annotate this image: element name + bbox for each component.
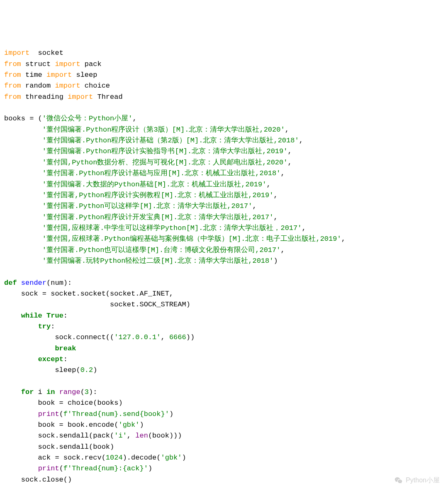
code-token: from — [4, 60, 21, 68]
code-line: sock.sendall(book) — [4, 442, 444, 452]
code-token: 'i' — [114, 432, 127, 440]
code-token: '董付国著.Python可以这样学[M].北京：清华大学出版社,2017' — [42, 202, 253, 210]
code-token: for — [21, 388, 34, 396]
code-token: import — [4, 49, 29, 57]
code-line — [4, 267, 444, 277]
code-line: except: — [4, 354, 444, 365]
code-token: in — [46, 388, 55, 396]
code-line: from struct import pack — [4, 59, 444, 70]
code-token: except — [38, 355, 63, 363]
code-token: from — [4, 93, 21, 101]
code-token: f'Thread{num}.send{book}' — [63, 410, 169, 418]
code-token: '127.0.0.1' — [114, 333, 161, 341]
code-line: sock.connect(('127.0.0.1', 6666)) — [4, 332, 444, 343]
code-line: '董付国著,Python程序设计实例教程[M].北京：机械工业出版社,2019'… — [4, 190, 444, 201]
code-token: '董付国编著.玩转Python轻松过二级[M].北京：清华大学出版社,2018' — [42, 257, 274, 265]
code-line: ack = sock.recv(1024).decode('gbk') — [4, 452, 444, 463]
code-token: from — [4, 71, 21, 79]
code-line: '董付国,应根球著.Python编程基础与案例集锦（中学版）[M].北京：电子工… — [4, 234, 444, 245]
code-line: '董付国著.Python程序设计开发宝典[M].北京：清华大学出版社,2017'… — [4, 212, 444, 223]
code-line: book = choice(books) — [4, 398, 444, 408]
code-token: '董付国编著.Python程序设计基础（第2版）[M].北京：清华大学出版社,2… — [42, 137, 299, 144]
code-block: import socketfrom struct import packfrom… — [4, 48, 444, 494]
code-line — [4, 376, 444, 387]
code-token: import — [68, 93, 93, 101]
code-line: print(f'Thread{num}.send{book}') — [4, 409, 444, 420]
code-line: break — [4, 343, 444, 354]
code-token: '董付国,应根球著.中学生可以这样学Python[M].北京：清华大学出版社，2… — [42, 224, 302, 232]
code-token: def — [4, 279, 17, 287]
code-line: '董付国编著.玩转Python轻松过二级[M].北京：清华大学出版社,2018'… — [4, 256, 444, 267]
code-token: sender — [21, 279, 46, 287]
code-line: book = book.encode('gbk') — [4, 420, 444, 430]
code-token: import — [55, 60, 80, 68]
code-token: f'Thread{num}:{ack}' — [63, 465, 148, 472]
code-token: while — [21, 312, 42, 320]
code-token: '董付国著,Python程序设计实例教程[M].北京：机械工业出版社,2019' — [42, 191, 274, 199]
code-line: socket.SOCK_STREAM) — [4, 299, 444, 310]
code-token: range — [59, 388, 80, 396]
watermark-text: Python小屋 — [406, 475, 440, 486]
code-token: '董付国著.Python也可以這樣學[M].台湾：博硕文化股份有限公司,2017… — [42, 246, 281, 254]
code-token: '董付国著.Python程序设计基础与应用[M].北京：机械工业出版社,2018… — [42, 169, 281, 177]
code-token: 1024 — [106, 454, 123, 462]
code-line: sock = socket.socket(socket.AF_INET, — [4, 289, 444, 299]
code-line: '董付国著.Python也可以這樣學[M].台湾：博硕文化股份有限公司,2017… — [4, 245, 444, 256]
wechat-icon — [394, 476, 403, 485]
code-line: while True: — [4, 311, 444, 321]
code-token: print — [38, 465, 59, 472]
code-token: True — [46, 312, 63, 320]
code-token: 3 — [85, 388, 89, 396]
code-token: 'gbk' — [118, 421, 139, 429]
code-token: '董付国编著.Python程序设计实验指导书[M].北京：清华大学出版社,201… — [42, 147, 288, 155]
code-line: from threading import Thread — [4, 92, 444, 103]
code-line: for i in range(3): — [4, 387, 444, 398]
code-line: '董付国著.Python程序设计基础与应用[M].北京：机械工业出版社,2018… — [4, 168, 444, 179]
code-line: '董付国编著.大数据的Python基础[M].北京：机械工业出版社,2019', — [4, 179, 444, 190]
code-line: try: — [4, 321, 444, 332]
code-line: def sender(num): — [4, 278, 444, 289]
code-token: '董付国,应根球著.Python编程基础与案例集锦（中学版）[M].北京：电子工… — [42, 235, 341, 243]
code-line: import socket — [4, 48, 444, 59]
code-line: '董付国编著.Python程序设计实验指导书[M].北京：清华大学出版社,201… — [4, 146, 444, 157]
code-token: import — [55, 82, 80, 90]
code-line: from time import sleep — [4, 70, 444, 81]
code-token: '董付国编著.大数据的Python基础[M].北京：机械工业出版社,2019' — [42, 181, 267, 188]
code-line: '董付国,Python数据分析、挖掘与可视化[M].北京：人民邮电出版社,202… — [4, 157, 444, 168]
code-line — [4, 485, 444, 494]
code-token: 'gbk' — [161, 454, 182, 462]
code-line: '董付国著.Python可以这样学[M].北京：清华大学出版社,2017', — [4, 201, 444, 212]
code-token: import — [46, 71, 72, 79]
code-token: 0.2 — [80, 366, 93, 374]
code-line: '董付国,应根球著.中学生可以这样学Python[M].北京：清华大学出版社，2… — [4, 223, 444, 234]
code-token: '董付国著.Python程序设计开发宝典[M].北京：清华大学出版社,2017' — [42, 213, 274, 221]
code-token: len — [135, 432, 148, 440]
code-line: '董付国编著.Python程序设计基础（第2版）[M].北京：清华大学出版社,2… — [4, 135, 444, 146]
code-line: sock.sendall(pack('i', len(book))) — [4, 430, 444, 441]
code-token: '董付国,Python数据分析、挖掘与可视化[M].北京：人民邮电出版社,202… — [42, 159, 288, 166]
code-token: '董付国编著.Python程序设计（第3版）[M].北京：清华大学出版社,202… — [42, 126, 285, 134]
watermark: Python小屋 — [394, 475, 440, 486]
code-token: try — [38, 323, 51, 330]
code-line: from random import choice — [4, 81, 444, 91]
code-line: books = ('微信公众号：Python小屋', — [4, 113, 444, 124]
code-line — [4, 103, 444, 113]
code-line: sock.close() — [4, 474, 444, 485]
code-token: print — [38, 410, 59, 418]
code-line: '董付国编著.Python程序设计（第3版）[M].北京：清华大学出版社,202… — [4, 125, 444, 135]
code-token: from — [4, 82, 21, 90]
code-line: sleep(0.2) — [4, 365, 444, 376]
code-line: print(f'Thread{num}:{ack}') — [4, 463, 444, 474]
code-token: break — [55, 345, 76, 352]
code-token: '微信公众号：Python小屋' — [42, 115, 133, 122]
code-token: 6666 — [169, 333, 186, 341]
